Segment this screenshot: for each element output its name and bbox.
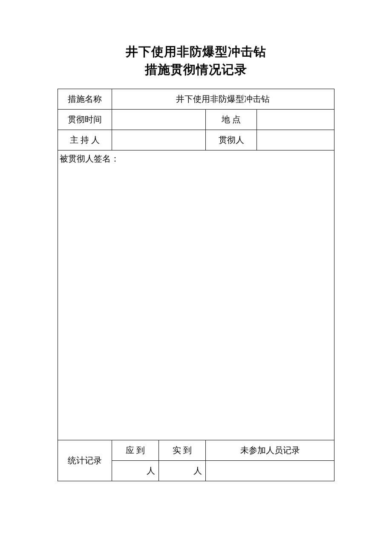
label-expected: 应 到: [112, 440, 159, 461]
value-expected[interactable]: 人: [112, 461, 159, 481]
signature-area[interactable]: 被贯彻人签名：: [58, 150, 334, 440]
label-impl-time: 贯彻时间: [58, 110, 112, 130]
value-actual[interactable]: 人: [159, 461, 205, 481]
label-stats: 统计记录: [58, 440, 112, 481]
title-line-1: 井下使用非防爆型冲击钻: [58, 43, 334, 61]
label-signatures: 被贯彻人签名：: [60, 154, 119, 163]
label-actual: 实 到: [159, 440, 205, 461]
label-absent: 未参加人员记录: [206, 440, 334, 461]
title-line-2: 措施贯彻情况记录: [58, 61, 334, 78]
label-measure-name: 措施名称: [58, 89, 112, 110]
label-location: 地 点: [206, 110, 257, 130]
value-host[interactable]: [112, 130, 206, 150]
row-measure-name: 措施名称 井下使用非防爆型冲击钻: [58, 89, 334, 110]
value-absent[interactable]: [206, 461, 334, 481]
label-implementer: 贯彻人: [206, 130, 257, 150]
unit-person-2: 人: [193, 466, 202, 475]
row-signatures: 被贯彻人签名：: [58, 150, 334, 440]
value-implementer[interactable]: [257, 130, 334, 150]
unit-person-1: 人: [147, 466, 155, 475]
row-stats-header: 统计记录 应 到 实 到 未参加人员记录: [58, 440, 334, 461]
value-measure-name: 井下使用非防爆型冲击钻: [112, 89, 334, 110]
label-host: 主 持 人: [58, 130, 112, 150]
value-location[interactable]: [257, 110, 334, 130]
record-form-table: 措施名称 井下使用非防爆型冲击钻 贯彻时间 地 点 主 持 人 贯彻人 被贯彻人…: [58, 89, 334, 481]
document-title: 井下使用非防爆型冲击钻 措施贯彻情况记录: [58, 43, 334, 78]
value-impl-time[interactable]: [112, 110, 206, 130]
row-time-location: 贯彻时间 地 点: [58, 110, 334, 130]
row-host-implementer: 主 持 人 贯彻人: [58, 130, 334, 150]
